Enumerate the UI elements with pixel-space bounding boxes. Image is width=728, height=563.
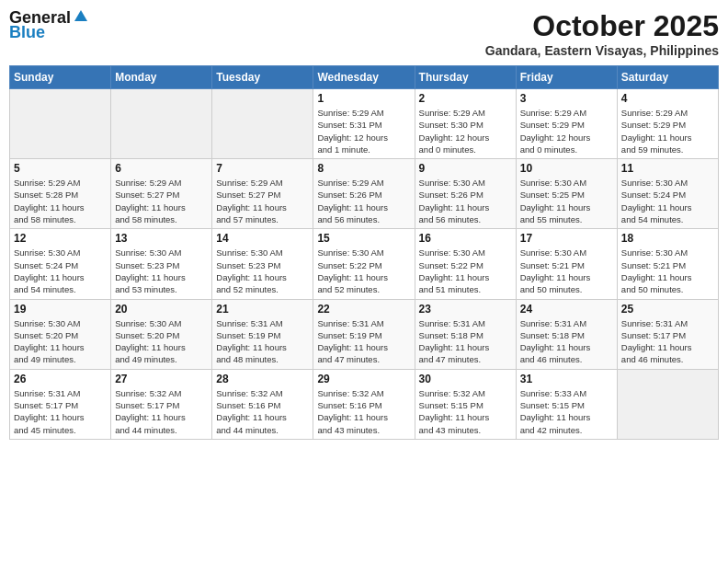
day-number: 14	[216, 232, 309, 245]
day-info: Sunrise: 5:30 AM Sunset: 5:21 PM Dayligh…	[621, 247, 714, 295]
day-number: 23	[419, 303, 512, 316]
day-info: Sunrise: 5:31 AM Sunset: 5:18 PM Dayligh…	[520, 317, 613, 366]
day-info: Sunrise: 5:30 AM Sunset: 5:24 PM Dayligh…	[14, 247, 107, 295]
day-info: Sunrise: 5:29 AM Sunset: 5:27 PM Dayligh…	[216, 177, 309, 225]
column-header-saturday: Saturday	[617, 66, 718, 89]
day-info: Sunrise: 5:29 AM Sunset: 5:30 PM Dayligh…	[419, 107, 512, 155]
calendar-cell: 16Sunrise: 5:30 AM Sunset: 5:22 PM Dayli…	[415, 229, 516, 299]
svg-marker-0	[74, 10, 87, 21]
day-info: Sunrise: 5:30 AM Sunset: 5:23 PM Dayligh…	[115, 247, 208, 295]
day-info: Sunrise: 5:32 AM Sunset: 5:16 PM Dayligh…	[317, 387, 410, 436]
day-number: 11	[621, 162, 714, 175]
day-info: Sunrise: 5:32 AM Sunset: 5:15 PM Dayligh…	[419, 387, 512, 436]
logo: General Blue	[9, 9, 89, 42]
calendar-week-row: 5Sunrise: 5:29 AM Sunset: 5:28 PM Daylig…	[10, 159, 719, 229]
calendar-cell: 21Sunrise: 5:31 AM Sunset: 5:19 PM Dayli…	[212, 299, 313, 369]
day-number: 13	[115, 232, 208, 245]
day-number: 12	[14, 232, 107, 245]
calendar-cell: 24Sunrise: 5:31 AM Sunset: 5:18 PM Dayli…	[516, 299, 617, 369]
calendar-cell: 22Sunrise: 5:31 AM Sunset: 5:19 PM Dayli…	[313, 299, 415, 369]
calendar-week-row: 26Sunrise: 5:31 AM Sunset: 5:17 PM Dayli…	[10, 369, 719, 439]
calendar-cell: 17Sunrise: 5:30 AM Sunset: 5:21 PM Dayli…	[516, 229, 617, 299]
day-info: Sunrise: 5:30 AM Sunset: 5:21 PM Dayligh…	[520, 247, 613, 295]
calendar-week-row: 12Sunrise: 5:30 AM Sunset: 5:24 PM Dayli…	[10, 229, 719, 299]
calendar-week-row: 1Sunrise: 5:29 AM Sunset: 5:31 PM Daylig…	[10, 89, 719, 159]
day-info: Sunrise: 5:30 AM Sunset: 5:22 PM Dayligh…	[317, 247, 410, 295]
page: General Blue October 2025 Gandara, Easte…	[0, 0, 728, 563]
day-info: Sunrise: 5:30 AM Sunset: 5:25 PM Dayligh…	[520, 177, 613, 225]
day-info: Sunrise: 5:30 AM Sunset: 5:22 PM Dayligh…	[419, 247, 512, 295]
calendar-cell: 28Sunrise: 5:32 AM Sunset: 5:16 PM Dayli…	[212, 369, 313, 439]
day-info: Sunrise: 5:32 AM Sunset: 5:17 PM Dayligh…	[115, 387, 208, 436]
day-number: 16	[419, 232, 512, 245]
day-info: Sunrise: 5:29 AM Sunset: 5:27 PM Dayligh…	[115, 177, 208, 225]
calendar-cell: 26Sunrise: 5:31 AM Sunset: 5:17 PM Dayli…	[10, 369, 111, 439]
day-number: 20	[115, 303, 208, 316]
column-header-wednesday: Wednesday	[313, 66, 415, 89]
day-number: 1	[317, 92, 410, 105]
calendar-cell: 1Sunrise: 5:29 AM Sunset: 5:31 PM Daylig…	[313, 89, 415, 159]
header: General Blue October 2025 Gandara, Easte…	[9, 9, 719, 58]
day-number: 30	[419, 373, 512, 385]
day-info: Sunrise: 5:29 AM Sunset: 5:29 PM Dayligh…	[520, 107, 613, 155]
calendar-cell	[617, 369, 718, 439]
calendar-cell: 5Sunrise: 5:29 AM Sunset: 5:28 PM Daylig…	[10, 159, 111, 229]
calendar-cell: 14Sunrise: 5:30 AM Sunset: 5:23 PM Dayli…	[212, 229, 313, 299]
calendar-cell: 4Sunrise: 5:29 AM Sunset: 5:29 PM Daylig…	[617, 89, 718, 159]
calendar-cell	[111, 89, 212, 159]
calendar-cell: 7Sunrise: 5:29 AM Sunset: 5:27 PM Daylig…	[212, 159, 313, 229]
logo-text-blue: Blue	[9, 24, 45, 42]
day-number: 21	[216, 303, 309, 316]
day-number: 7	[216, 162, 309, 175]
calendar-cell: 12Sunrise: 5:30 AM Sunset: 5:24 PM Dayli…	[10, 229, 111, 299]
calendar-cell: 30Sunrise: 5:32 AM Sunset: 5:15 PM Dayli…	[415, 369, 516, 439]
calendar-cell: 9Sunrise: 5:30 AM Sunset: 5:26 PM Daylig…	[415, 159, 516, 229]
day-info: Sunrise: 5:31 AM Sunset: 5:19 PM Dayligh…	[317, 317, 410, 366]
day-number: 4	[621, 92, 714, 105]
location: Gandara, Eastern Visayas, Philippines	[485, 43, 719, 58]
calendar-cell: 8Sunrise: 5:29 AM Sunset: 5:26 PM Daylig…	[313, 159, 415, 229]
day-number: 27	[115, 373, 208, 385]
calendar-cell: 2Sunrise: 5:29 AM Sunset: 5:30 PM Daylig…	[415, 89, 516, 159]
day-number: 26	[14, 373, 107, 385]
day-info: Sunrise: 5:30 AM Sunset: 5:20 PM Dayligh…	[14, 317, 107, 366]
calendar-cell: 11Sunrise: 5:30 AM Sunset: 5:24 PM Dayli…	[617, 159, 718, 229]
day-number: 15	[317, 232, 410, 245]
day-number: 22	[317, 303, 410, 316]
day-number: 31	[520, 373, 613, 385]
calendar-week-row: 19Sunrise: 5:30 AM Sunset: 5:20 PM Dayli…	[10, 299, 719, 369]
calendar-cell: 23Sunrise: 5:31 AM Sunset: 5:18 PM Dayli…	[415, 299, 516, 369]
day-info: Sunrise: 5:30 AM Sunset: 5:26 PM Dayligh…	[419, 177, 512, 225]
calendar-cell: 19Sunrise: 5:30 AM Sunset: 5:20 PM Dayli…	[10, 299, 111, 369]
day-number: 24	[520, 303, 613, 316]
day-info: Sunrise: 5:30 AM Sunset: 5:20 PM Dayligh…	[115, 317, 208, 366]
day-info: Sunrise: 5:32 AM Sunset: 5:16 PM Dayligh…	[216, 387, 309, 436]
title-block: October 2025 Gandara, Eastern Visayas, P…	[485, 9, 719, 58]
calendar-cell: 13Sunrise: 5:30 AM Sunset: 5:23 PM Dayli…	[111, 229, 212, 299]
day-number: 19	[14, 303, 107, 316]
month-title: October 2025	[485, 9, 719, 43]
day-info: Sunrise: 5:31 AM Sunset: 5:17 PM Dayligh…	[14, 387, 107, 436]
calendar-cell: 18Sunrise: 5:30 AM Sunset: 5:21 PM Dayli…	[617, 229, 718, 299]
day-info: Sunrise: 5:30 AM Sunset: 5:24 PM Dayligh…	[621, 177, 714, 225]
day-info: Sunrise: 5:29 AM Sunset: 5:26 PM Dayligh…	[317, 177, 410, 225]
calendar-cell: 27Sunrise: 5:32 AM Sunset: 5:17 PM Dayli…	[111, 369, 212, 439]
column-header-sunday: Sunday	[10, 66, 111, 89]
day-number: 28	[216, 373, 309, 385]
logo-triangle-icon	[73, 8, 89, 25]
calendar-header-row: SundayMondayTuesdayWednesdayThursdayFrid…	[10, 66, 719, 89]
day-number: 17	[520, 232, 613, 245]
day-number: 3	[520, 92, 613, 105]
calendar-cell: 6Sunrise: 5:29 AM Sunset: 5:27 PM Daylig…	[111, 159, 212, 229]
day-number: 9	[419, 162, 512, 175]
calendar-cell	[10, 89, 111, 159]
calendar-cell: 20Sunrise: 5:30 AM Sunset: 5:20 PM Dayli…	[111, 299, 212, 369]
day-number: 25	[621, 303, 714, 316]
day-number: 18	[621, 232, 714, 245]
day-info: Sunrise: 5:31 AM Sunset: 5:18 PM Dayligh…	[419, 317, 512, 366]
calendar-cell: 15Sunrise: 5:30 AM Sunset: 5:22 PM Dayli…	[313, 229, 415, 299]
day-number: 5	[14, 162, 107, 175]
day-info: Sunrise: 5:31 AM Sunset: 5:17 PM Dayligh…	[621, 317, 714, 366]
calendar-table: SundayMondayTuesdayWednesdayThursdayFrid…	[9, 65, 719, 440]
day-info: Sunrise: 5:29 AM Sunset: 5:28 PM Dayligh…	[14, 177, 107, 225]
